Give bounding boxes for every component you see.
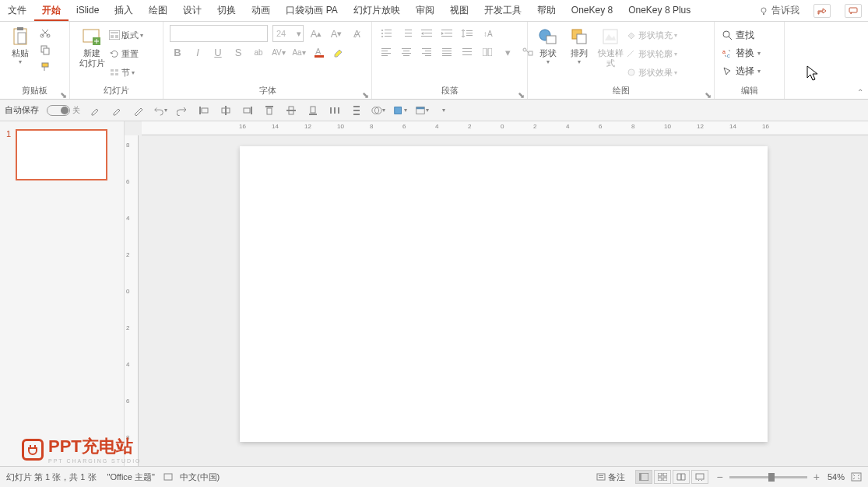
slide-thumb-1[interactable]: 1 (6, 129, 118, 180)
decrease-font-icon[interactable]: A▾ (329, 26, 344, 41)
cut-button[interactable] (37, 25, 53, 40)
zoom-slider[interactable] (729, 476, 807, 478)
font-size-combo[interactable]: 24▾ (272, 25, 304, 42)
comments-button[interactable] (845, 4, 862, 18)
select-button[interactable]: 选择▾ (719, 62, 764, 79)
zoom-out-button[interactable]: − (717, 471, 723, 483)
font-family-combo[interactable] (170, 25, 268, 42)
arrange-button[interactable]: 排列▾ (564, 25, 595, 65)
collapse-ribbon-icon[interactable]: ⌃ (857, 88, 863, 96)
find-button[interactable]: 查找 (719, 26, 757, 44)
distribute-h-icon[interactable] (328, 103, 342, 117)
selection-pane-icon[interactable]: ▾ (415, 103, 429, 117)
change-case-button[interactable]: Aa▾ (291, 44, 307, 60)
tab-home[interactable]: 开始 (34, 0, 69, 21)
numbering-button[interactable] (399, 26, 414, 41)
layout-button[interactable]: 版式▾ (109, 26, 143, 44)
notes-button[interactable]: 备注 (596, 471, 625, 483)
dialog-launcher-icon[interactable]: ⬊ (704, 89, 712, 97)
columns-button[interactable] (480, 44, 495, 60)
increase-indent-button[interactable] (439, 26, 455, 41)
svg-point-26 (381, 36, 383, 37)
svg-rect-50 (425, 51, 431, 51)
shapes-button[interactable]: 形状▾ (532, 25, 564, 65)
format-painter-button[interactable] (37, 59, 53, 75)
eyedropper2-icon[interactable] (110, 103, 124, 117)
reading-view-button[interactable] (673, 470, 690, 484)
spellcheck-icon[interactable] (163, 471, 174, 482)
text-direction-button[interactable]: ↕A (480, 26, 495, 41)
tab-transitions[interactable]: 切换 (209, 0, 244, 21)
distribute-v-icon[interactable] (350, 103, 364, 117)
merge-shapes-icon[interactable]: ▾ (371, 103, 385, 117)
tab-developer[interactable]: 开发工具 (476, 0, 529, 21)
tab-help[interactable]: 帮助 (529, 0, 564, 21)
pen-icon[interactable] (132, 103, 146, 117)
paste-button[interactable]: 粘贴 ▾ (5, 25, 36, 65)
share-button[interactable] (814, 4, 831, 18)
highlight-button[interactable] (332, 44, 347, 60)
justify-button[interactable] (439, 44, 455, 60)
align-left-button[interactable] (378, 44, 394, 60)
section-button[interactable]: 节▾ (109, 64, 143, 81)
tab-animations[interactable]: 动画 (244, 0, 278, 21)
normal-view-button[interactable] (635, 470, 652, 484)
dialog-launcher-icon[interactable]: ⬊ (517, 89, 525, 97)
redo-button[interactable] (175, 103, 189, 117)
autosave-toggle[interactable]: 关 (47, 105, 80, 116)
replace-button[interactable]: ac替换▾ (719, 44, 764, 61)
dialog-launcher-icon[interactable]: ⬊ (361, 89, 369, 97)
tab-review[interactable]: 审阅 (408, 0, 442, 21)
tab-slideshow[interactable]: 幻灯片放映 (346, 0, 408, 21)
tell-me[interactable]: 告诉我 (759, 4, 799, 17)
dialog-launcher-icon[interactable]: ⬊ (59, 89, 67, 97)
align-text-button[interactable]: ▾ (500, 44, 515, 60)
align-right-button[interactable] (419, 44, 434, 60)
tab-view[interactable]: 视图 (442, 0, 476, 21)
slide-canvas-area[interactable]: 1614121086420246810121416 864202468 (125, 121, 868, 466)
tab-draw[interactable]: 绘图 (141, 0, 175, 21)
align-right-icon[interactable] (241, 103, 255, 117)
bullets-button[interactable] (378, 26, 394, 41)
tab-design[interactable]: 设计 (175, 0, 209, 21)
tab-insert[interactable]: 插入 (107, 0, 141, 21)
align-center-h-icon[interactable] (219, 103, 233, 117)
decrease-indent-button[interactable] (419, 26, 434, 41)
align-bottom-icon[interactable] (306, 103, 320, 117)
tab-pocket-anim[interactable]: 口袋动画 PA (278, 0, 345, 21)
align-center-button[interactable] (399, 44, 414, 60)
zoom-in-button[interactable]: + (814, 471, 820, 483)
align-top-icon[interactable] (262, 103, 276, 117)
qat-overflow[interactable]: ▾ (437, 103, 451, 117)
tab-onekey8[interactable]: OneKey 8 (564, 0, 620, 21)
char-spacing-button[interactable]: AV▾ (271, 44, 286, 60)
underline-button[interactable]: U (210, 44, 226, 60)
sorter-view-button[interactable] (654, 470, 671, 484)
language-label[interactable]: 中文(中国) (180, 471, 220, 483)
slide-canvas[interactable] (240, 146, 768, 442)
tab-file[interactable]: 文件 (0, 0, 34, 21)
align-left-icon[interactable] (197, 103, 211, 117)
bold-button[interactable]: B (170, 44, 185, 60)
distribute-button[interactable] (459, 44, 475, 60)
tab-onekey8plus[interactable]: OneKey 8 Plus (620, 0, 698, 21)
reset-button[interactable]: 重置 (109, 45, 143, 62)
clear-formatting-icon[interactable]: A̷ (349, 26, 364, 41)
undo-button[interactable]: ▾ (153, 103, 167, 117)
zoom-level[interactable]: 54% (828, 472, 845, 482)
shape-tool-icon[interactable]: ▾ (393, 103, 407, 117)
copy-button[interactable] (37, 42, 53, 58)
italic-button[interactable]: I (190, 44, 206, 60)
increase-font-icon[interactable]: A▴ (308, 26, 324, 41)
slide-thumbnails-panel[interactable]: 1 (0, 121, 125, 466)
tab-islide[interactable]: iSlide (69, 0, 107, 21)
fit-window-button[interactable] (851, 472, 862, 482)
font-color-button[interactable]: A (311, 44, 327, 60)
strikethrough-button[interactable]: S (230, 44, 246, 60)
slideshow-view-button[interactable] (691, 470, 708, 484)
eyedropper-icon[interactable] (88, 103, 102, 117)
new-slide-button[interactable]: 新建 幻灯片 (75, 25, 109, 68)
shadow-button[interactable]: ab (251, 44, 266, 60)
line-spacing-button[interactable] (459, 26, 475, 41)
align-middle-icon[interactable] (284, 103, 298, 117)
